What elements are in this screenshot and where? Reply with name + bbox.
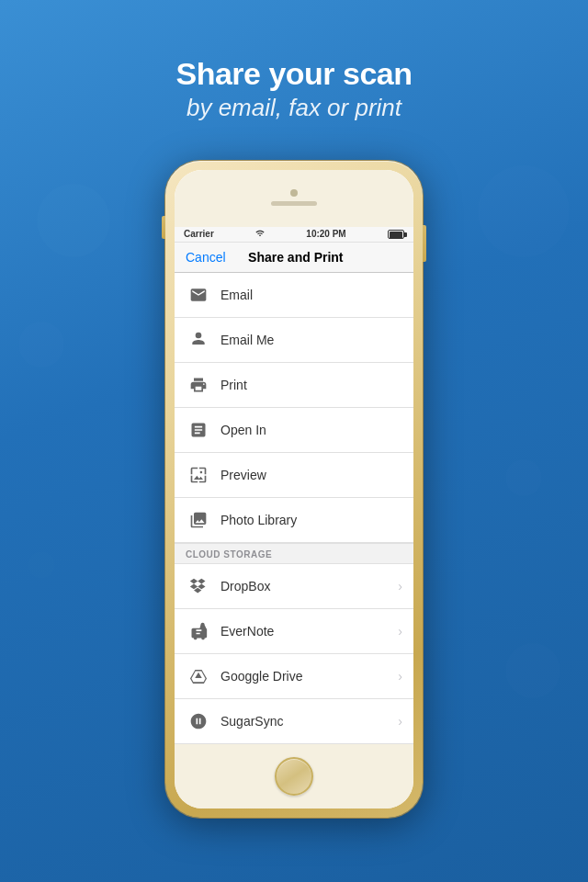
header-subtitle: by email, fax or print xyxy=(0,93,588,124)
email-me-svg xyxy=(189,331,208,349)
google-drive-label: Googgle Drive xyxy=(220,669,398,684)
email-svg xyxy=(189,286,208,304)
header-title: Share your scan xyxy=(0,55,588,93)
sugarsync-chevron: › xyxy=(398,714,402,729)
nav-title: Share and Print xyxy=(248,250,343,265)
dropbox-svg xyxy=(189,577,208,595)
home-button[interactable] xyxy=(275,757,313,796)
speaker xyxy=(271,201,317,206)
open-in-label: Open In xyxy=(220,423,402,437)
list-item-evernote[interactable]: EverNote › xyxy=(175,609,413,654)
phone-screen: Carrier 10:20 PM Cancel Share and Print xyxy=(175,170,413,808)
email-icon xyxy=(186,282,211,308)
list-item-email-me[interactable]: Email Me xyxy=(175,318,413,363)
evernote-icon xyxy=(186,618,211,644)
time-label: 10:20 PM xyxy=(306,229,345,239)
list-item-google-drive[interactable]: Googgle Drive › xyxy=(175,654,413,699)
nav-bar: Cancel Share and Print xyxy=(175,243,413,273)
google-drive-icon xyxy=(186,663,211,689)
dropbox-chevron: › xyxy=(398,579,402,594)
sugarsync-label: SugarSync xyxy=(220,714,398,729)
preview-label: Preview xyxy=(220,468,402,482)
phone-mockup: Carrier 10:20 PM Cancel Share and Print xyxy=(0,161,588,818)
google-drive-chevron: › xyxy=(398,669,402,684)
list-item-email[interactable]: Email xyxy=(175,273,413,318)
preview-svg xyxy=(189,466,208,484)
email-label: Email xyxy=(220,288,402,302)
cloud-storage-header: CLOUD STORAGE xyxy=(175,543,413,564)
preview-icon xyxy=(186,462,211,488)
status-bar: Carrier 10:20 PM xyxy=(175,227,413,243)
print-label: Print xyxy=(220,378,402,392)
google-drive-svg xyxy=(189,667,208,685)
photo-library-icon xyxy=(186,507,211,533)
photo-library-svg xyxy=(189,511,208,529)
phone-top-bezel xyxy=(175,170,413,227)
battery-icon xyxy=(388,230,404,239)
dropbox-icon xyxy=(186,573,211,599)
open-in-svg xyxy=(189,421,208,439)
evernote-label: EverNote xyxy=(220,624,398,639)
wifi-icon xyxy=(255,229,265,238)
print-icon xyxy=(186,372,211,398)
list-item-preview[interactable]: Preview xyxy=(175,453,413,498)
print-svg xyxy=(189,376,208,394)
list-item-photo-library[interactable]: Photo Library xyxy=(175,498,413,543)
sugarsync-icon xyxy=(186,708,211,734)
list-item-sugarsync[interactable]: SugarSync › xyxy=(175,699,413,744)
email-me-label: Email Me xyxy=(220,333,402,347)
email-me-icon xyxy=(186,327,211,353)
phone-shell: Carrier 10:20 PM Cancel Share and Print xyxy=(165,161,423,818)
photo-library-label: Photo Library xyxy=(220,513,402,527)
carrier-label: Carrier xyxy=(184,229,214,239)
share-options-list: Email Email Me xyxy=(175,273,413,744)
cancel-button[interactable]: Cancel xyxy=(186,250,226,265)
evernote-svg xyxy=(189,622,208,640)
evernote-chevron: › xyxy=(398,624,402,639)
dropbox-label: DropBox xyxy=(220,579,398,594)
header-section: Share your scan by email, fax or print xyxy=(0,0,588,152)
sugarsync-svg xyxy=(189,712,208,730)
open-in-icon xyxy=(186,417,211,443)
status-icons xyxy=(255,229,265,240)
phone-bottom-bezel xyxy=(175,744,413,808)
list-item-dropbox[interactable]: DropBox › xyxy=(175,564,413,609)
list-item-print[interactable]: Print xyxy=(175,363,413,408)
list-item-open-in[interactable]: Open In xyxy=(175,408,413,453)
camera xyxy=(290,189,298,197)
